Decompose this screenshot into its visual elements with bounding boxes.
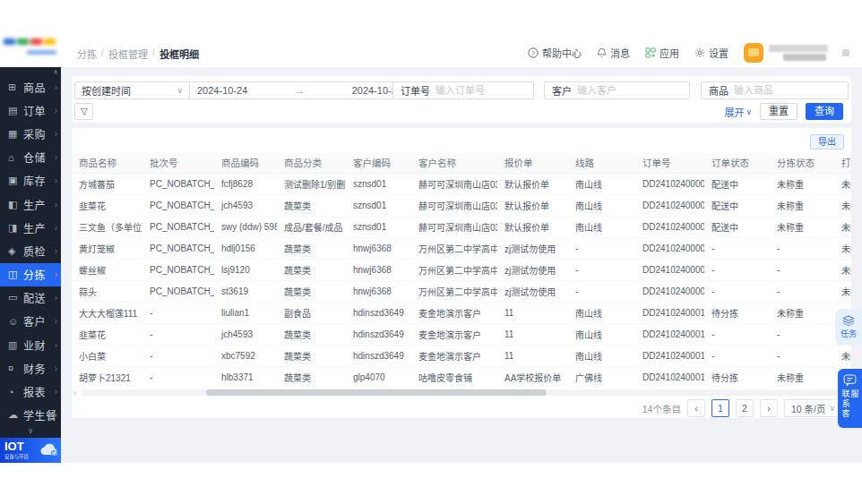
table-cell: -: [770, 345, 834, 366]
help-center-label: 帮助中心: [542, 46, 582, 60]
user-account[interactable]: [744, 43, 849, 63]
breadcrumb-item[interactable]: 投框管理: [108, 47, 148, 61]
sidebar-item-label: 生产: [23, 220, 46, 235]
apps-button[interactable]: 应用: [645, 46, 679, 60]
table-cell: -: [142, 323, 214, 345]
table-cell: hnwj6368: [346, 280, 411, 302]
breadcrumb-item[interactable]: 分拣: [77, 47, 97, 61]
table-scroll-left-icon[interactable]: ‹: [73, 389, 76, 397]
messages-label: 消息: [610, 46, 630, 60]
sidebar-item-sorting[interactable]: ◫分拣›: [0, 263, 61, 286]
table-cell: DD24102400002: [635, 237, 704, 259]
sidebar-item-purchase[interactable]: ▦采购›: [0, 122, 61, 145]
pagination-page-1[interactable]: 1: [711, 399, 729, 417]
sidebar-item-label: 报表: [23, 384, 46, 399]
messages-button[interactable]: 消息: [597, 46, 630, 60]
sidebar-item-inventory[interactable]: ▣库存›: [0, 169, 61, 192]
pagination-next-button[interactable]: ›: [760, 399, 778, 417]
sidebar-scroll-down-icon[interactable]: ∨: [0, 427, 61, 435]
pagination-prev-button[interactable]: ‹: [687, 399, 705, 417]
product-input[interactable]: [734, 85, 840, 96]
breadcrumb-item: 投框明细: [159, 47, 199, 61]
page-size-select[interactable]: 10 条/页 ∨: [784, 399, 842, 417]
chevron-right-icon: ›: [55, 129, 57, 139]
sidebar: ∧ ⊞商品›▤订单›▦采购›⌂仓储›▣库存›◧生产›◨生产›◈质检›◫分拣›▭配…: [0, 67, 61, 463]
time-type-select[interactable]: 按创建时间 ∨: [74, 81, 190, 99]
horizontal-scrollbar-thumb[interactable]: [206, 389, 547, 396]
sidebar-item-delivery[interactable]: ▭配送›: [0, 286, 61, 310]
table-cell: 默认报价单: [497, 173, 568, 194]
sidebar-item-label: 商品: [23, 80, 46, 95]
table-cell: 蔬菜类: [277, 366, 346, 388]
table-cell: 赫可可深圳南山店0320: [411, 173, 497, 194]
table-cell: hnwj6368: [346, 237, 411, 259]
table-cell: -: [142, 302, 214, 323]
cloud-icon: [39, 442, 59, 457]
settings-button[interactable]: 设置: [694, 46, 728, 60]
apps-label: 应用: [659, 46, 679, 60]
expand-filters-link[interactable]: 展开 ∨: [724, 105, 752, 119]
table-cell: 11: [497, 302, 568, 323]
sidebar-item-production[interactable]: ◧生产›: [0, 192, 61, 216]
table-cell: hdinszd3649: [346, 302, 411, 323]
table-cell: 未称重: [770, 173, 834, 194]
table-cell: -: [704, 237, 770, 259]
contact-support-button[interactable]: 联系客服: [838, 369, 862, 428]
table-cell: -: [704, 259, 770, 280]
table-cell: -: [770, 259, 834, 280]
sidebar-item-label: 分拣: [23, 267, 46, 282]
chevron-right-icon: ›: [55, 387, 57, 397]
table-cell: 咕噜皮零食铺: [411, 366, 497, 388]
table-cell: -: [142, 345, 214, 366]
table-cell: hdlj0156: [214, 237, 277, 259]
order-no-label: 订单号: [401, 83, 430, 98]
table-cell: 蔬菜类: [277, 237, 346, 259]
filter-funnel-button[interactable]: [74, 103, 93, 120]
redacted-username: [769, 45, 828, 61]
sidebar-item-student-meals[interactable]: ☁学生餐›: [0, 404, 61, 427]
table-cell: 黄灯笼椒: [72, 237, 142, 259]
table-cell: 韭菜花: [72, 323, 142, 345]
sidebar-item-reports[interactable]: ◔报表›: [0, 380, 61, 403]
sidebar-item-production-2[interactable]: ◨生产›: [0, 216, 61, 239]
reset-button[interactable]: 重置: [760, 103, 797, 120]
sidebar-item-customers[interactable]: ☺客户›: [0, 310, 61, 333]
svg-text:?: ?: [531, 50, 535, 56]
search-button[interactable]: 查询: [806, 103, 843, 120]
page-size-value: 10 条/页: [791, 402, 826, 415]
sidebar-item-warehouse[interactable]: ⌂仓储›: [0, 146, 61, 169]
breadcrumb-separator: /: [152, 47, 155, 61]
sidebar-item-goods[interactable]: ⊞商品›: [0, 75, 61, 98]
pagination-page-2[interactable]: 2: [736, 399, 754, 417]
export-button[interactable]: 导出: [810, 134, 844, 149]
table-column-header: 客户名称: [411, 153, 497, 173]
sidebar-item-finance[interactable]: ¤财务›: [0, 356, 61, 380]
table-cell: 蔬菜类: [277, 194, 346, 216]
customer-input[interactable]: [577, 85, 682, 96]
filter-panel: 按创建时间 ∨ 2024-10-24 → 2024-10-24 订单号 客户 商…: [72, 76, 851, 123]
order-no-input[interactable]: [435, 85, 526, 96]
table-cell: 未称重: [770, 216, 834, 237]
task-float-button[interactable]: 任务: [835, 309, 862, 345]
chevron-right-icon: ›: [55, 316, 57, 326]
iot-banner[interactable]: IOT 设备与环境: [0, 438, 61, 463]
sidebar-item-label: 采购: [23, 126, 46, 141]
finance-icon: ¤: [8, 363, 21, 373]
table-cell: hlb3371: [214, 366, 277, 388]
table-cell: 南山线: [568, 194, 635, 216]
table-cell: -: [770, 280, 834, 302]
quality-icon: ◈: [8, 245, 21, 257]
customer-field: 客户: [544, 81, 690, 99]
table-cell: 未称重: [770, 194, 834, 216]
table-cell: 配送中: [704, 194, 770, 216]
table-cell: hdinszd3649: [346, 323, 411, 345]
table-cell: 麦金地演示客户: [411, 323, 497, 345]
inventory-icon: ▣: [8, 175, 21, 186]
sidebar-item-quality-check[interactable]: ◈质检›: [0, 239, 61, 262]
table-cell: 11: [497, 323, 568, 345]
table-cell: sznsd01: [346, 194, 411, 216]
table-cell: 默认报价单: [497, 194, 568, 216]
sidebar-item-orders[interactable]: ▤订单›: [0, 98, 61, 122]
help-center-button[interactable]: ? 帮助中心: [528, 46, 582, 60]
sidebar-item-business-finance[interactable]: ▥业财›: [0, 333, 61, 356]
